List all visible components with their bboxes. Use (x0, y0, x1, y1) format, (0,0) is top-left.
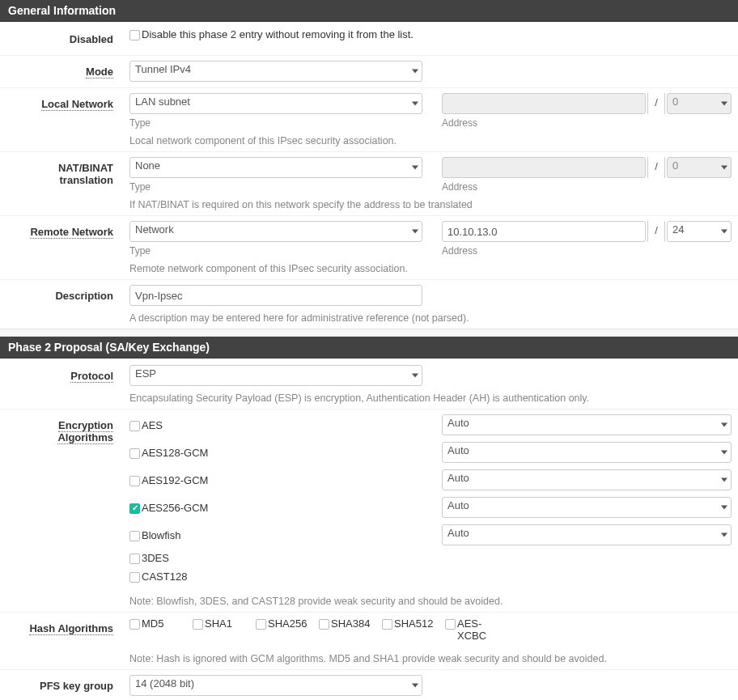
hash-algo-checkbox[interactable] (382, 619, 392, 630)
nat-type-sublabel: Type (129, 181, 422, 193)
hash-algo-checkbox[interactable] (256, 619, 266, 630)
pfs-select[interactable]: 14 (2048 bit) (129, 675, 422, 696)
remote-network-address-sublabel: Address (442, 245, 732, 257)
label-local-network: Local Network (0, 93, 129, 146)
enc-algo-checkbox[interactable] (129, 421, 140, 431)
panel-heading-general: General Information (0, 0, 738, 22)
enc-algo-row: BlowfishAuto (129, 524, 732, 545)
enc-algo-label: CAST128 (142, 571, 187, 583)
enc-algo-checkbox[interactable] (129, 554, 140, 564)
encryption-note: Note: Blowfish, 3DES, and CAST128 provid… (129, 596, 732, 607)
enc-algo-row: CAST128 (129, 571, 732, 583)
nat-address-sublabel: Address (442, 181, 732, 193)
enc-algo-label: 3DES (142, 552, 169, 564)
enc-keylen-select[interactable]: Auto (442, 469, 732, 490)
label-protocol: Protocol (0, 365, 129, 404)
description-help: A description may be entered here for ad… (129, 312, 732, 324)
label-description: Description (0, 285, 129, 324)
remote-network-help: Remote network component of this IPsec s… (129, 263, 732, 274)
slash-separator: / (647, 93, 665, 114)
hash-note: Note: Hash is ignored with GCM algorithm… (129, 653, 732, 664)
row-hash: Hash Algorithms MD5SHA1SHA256SHA384SHA51… (0, 613, 738, 670)
nat-help: If NAT/BINAT is required on this network… (129, 199, 732, 210)
disabled-checkbox-label: Disable this phase 2 entry without remov… (142, 28, 414, 40)
row-description: Description A description may be entered… (0, 280, 738, 329)
label-nat: NAT/BINAT translation (0, 157, 129, 210)
enc-algo-checkbox[interactable] (129, 503, 140, 514)
enc-keylen-select[interactable]: Auto (442, 497, 732, 518)
hash-algo-checkbox[interactable] (319, 619, 329, 630)
nat-cidr-select[interactable]: 0 (667, 157, 732, 178)
remote-network-type-select[interactable]: Network (129, 221, 422, 242)
enc-algo-row: AESAuto (129, 414, 732, 435)
enc-algo-checkbox[interactable] (129, 531, 140, 541)
hash-algo-label: SHA384 (331, 617, 370, 630)
nat-address-input[interactable] (442, 157, 646, 178)
hash-algo-item: MD5 (129, 617, 193, 642)
enc-algo-row: 3DES (129, 552, 732, 564)
hash-algo-item: SHA512 (382, 617, 445, 642)
hash-algo-item: SHA384 (319, 617, 382, 642)
local-network-address-sublabel: Address (442, 117, 732, 129)
remote-network-type-sublabel: Type (129, 245, 422, 257)
panel-spacer (0, 329, 738, 337)
row-encryption: Encryption Algorithms AESAutoAES128-GCMA… (0, 409, 738, 613)
enc-algo-row: AES128-GCMAuto (129, 442, 732, 463)
local-network-type-sublabel: Type (129, 117, 422, 129)
hash-algo-label: MD5 (142, 617, 163, 630)
label-hash: Hash Algorithms (0, 617, 129, 664)
row-mode: Mode Tunnel IPv4 (0, 56, 738, 88)
enc-algo-label: AES128-GCM (142, 447, 208, 459)
enc-keylen-select[interactable]: Auto (442, 524, 732, 545)
local-network-type-select[interactable]: LAN subnet (129, 93, 422, 114)
enc-keylen-select[interactable]: Auto (442, 442, 732, 463)
row-pfs: PFS key group 14 (2048 bit) Note: Groups… (0, 670, 738, 700)
hash-algo-label: SHA256 (268, 617, 307, 630)
enc-algo-label: AES256-GCM (142, 502, 208, 514)
enc-algo-label: Blowfish (142, 529, 180, 541)
hash-algo-item: SHA1 (193, 617, 256, 642)
row-protocol: Protocol ESP Encapsulating Security Payl… (0, 360, 738, 409)
panel-body-p2: Protocol ESP Encapsulating Security Payl… (0, 358, 738, 700)
mode-select[interactable]: Tunnel IPv4 (129, 61, 422, 82)
enc-algo-checkbox[interactable] (129, 572, 140, 583)
enc-algo-label: AES192-GCM (142, 474, 208, 486)
enc-keylen-select[interactable]: Auto (442, 414, 732, 435)
hash-algo-item: AES-XCBC (445, 617, 508, 642)
protocol-select[interactable]: ESP (129, 365, 422, 386)
hash-algo-label: AES-XCBC (457, 617, 496, 642)
enc-algo-label: AES (142, 419, 163, 431)
protocol-help: Encapsulating Security Payload (ESP) is … (129, 392, 732, 404)
panel-heading-p2: Phase 2 Proposal (SA/Key Exchange) (0, 337, 738, 358)
label-pfs: PFS key group (0, 675, 129, 700)
enc-algo-row: AES256-GCMAuto (129, 497, 732, 518)
label-remote-network: Remote Network (0, 221, 129, 274)
label-disabled: Disabled (0, 28, 129, 50)
nat-type-select[interactable]: None (129, 157, 422, 178)
row-disabled: Disabled Disable this phase 2 entry with… (0, 23, 738, 56)
enc-algo-row: AES192-GCMAuto (129, 469, 732, 490)
enc-algo-checkbox[interactable] (129, 476, 140, 486)
slash-separator: / (647, 157, 665, 178)
hash-algo-label: SHA1 (205, 617, 232, 630)
disabled-checkbox[interactable] (129, 30, 140, 40)
row-remote-network: Remote Network Network Type / 24 (0, 216, 738, 280)
remote-network-cidr-select[interactable]: 24 (667, 221, 732, 242)
hash-algo-checkbox[interactable] (193, 619, 203, 630)
row-local-network: Local Network LAN subnet Type / 0 (0, 88, 738, 152)
hash-algo-label: SHA512 (394, 617, 433, 630)
hash-algo-item: SHA256 (256, 617, 319, 642)
hash-algo-checkbox[interactable] (129, 619, 140, 630)
local-network-address-input[interactable] (442, 93, 646, 114)
remote-network-address-input[interactable] (442, 221, 646, 242)
local-network-cidr-select[interactable]: 0 (667, 93, 732, 114)
local-network-help: Local network component of this IPsec se… (129, 135, 732, 146)
label-mode: Mode (0, 61, 129, 83)
slash-separator: / (647, 221, 665, 242)
description-input[interactable] (129, 285, 422, 306)
panel-body-general: Disabled Disable this phase 2 entry with… (0, 22, 738, 329)
row-nat: NAT/BINAT translation None Type / 0 (0, 152, 738, 216)
hash-algo-checkbox[interactable] (445, 619, 456, 630)
label-encryption: Encryption Algorithms (0, 414, 129, 607)
enc-algo-checkbox[interactable] (129, 448, 140, 459)
